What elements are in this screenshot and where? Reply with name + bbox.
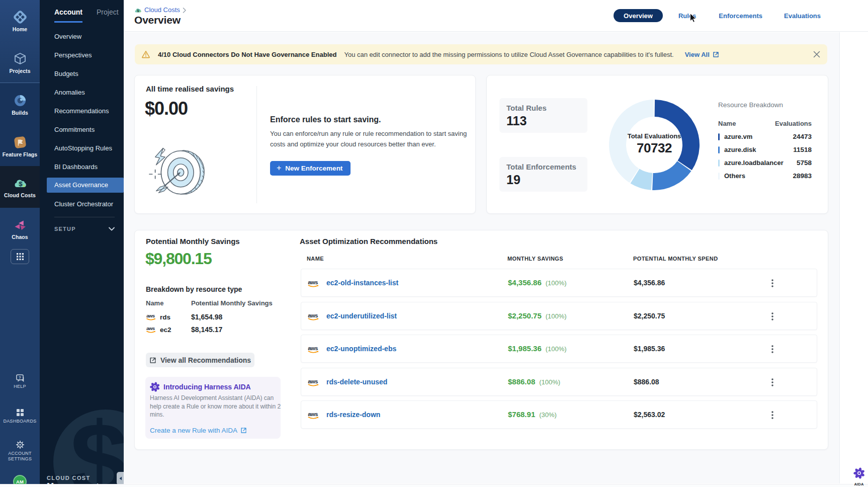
recommendation-row[interactable]: ec2-underutilized-list $2,250.75(100%) $… xyxy=(301,302,817,330)
rail-item-dashboards[interactable]: DASHBOARDS xyxy=(0,409,40,424)
col-header-name: NAME xyxy=(307,256,324,262)
rail-item-projects[interactable]: Projects xyxy=(0,42,40,84)
recommendation-link[interactable]: rds-delete-unused xyxy=(326,378,387,386)
recommendation-link[interactable]: ec2-underutilized-list xyxy=(326,312,397,320)
new-enforcement-button[interactable]: + New Enforcement xyxy=(270,161,351,176)
banner-view-all-link[interactable]: View All xyxy=(685,51,719,58)
breakdown-subtitle: Breakdown by resource type xyxy=(146,285,242,293)
governance-stats-card: Total Rules 113 Total Enforcements 19 To… xyxy=(486,75,828,214)
donut-center-label: Total Evaluations xyxy=(609,132,700,140)
rail-item-home[interactable]: Home xyxy=(0,0,40,42)
col-header-monthly-savings: MONTHLY SAVINGS xyxy=(507,256,563,262)
sidebar-item-perspectives[interactable]: Perspectives xyxy=(40,46,124,64)
legend-value: 5758 xyxy=(797,159,812,167)
row-menu-button[interactable] xyxy=(767,309,777,323)
recommendation-link[interactable]: ec2-unoptimized-ebs xyxy=(326,345,396,353)
total-enforcements-panel: Total Enforcements 19 xyxy=(499,157,587,192)
legend-col-evaluations: Evaluations xyxy=(775,120,812,127)
aida-title: Introducing Harness AIDA xyxy=(163,383,251,391)
recommendation-row[interactable]: rds-delete-unused $886.08(100%) $886.08 xyxy=(301,368,817,396)
sidebar-item-recommendations[interactable]: Recommendations xyxy=(40,102,124,120)
rail-item-label: Projects xyxy=(9,68,30,74)
grid-icon xyxy=(17,253,24,260)
sidebar-item-anomalies[interactable]: Anomalies xyxy=(40,83,124,102)
main-area: Cloud Costs Overview Overview Rules Enfo… xyxy=(124,0,868,487)
aws-icon xyxy=(307,279,320,287)
breakdown-name: ec2 xyxy=(160,326,171,334)
row-menu-button[interactable] xyxy=(767,375,777,389)
view-all-recommendations-button[interactable]: View all Recommendations xyxy=(146,353,254,367)
rail-item-help[interactable]: HELP xyxy=(0,374,40,389)
monthly-savings-value: $2,250.75 xyxy=(508,311,542,320)
aida-fab-button[interactable]: AIDA xyxy=(848,467,868,486)
breakdown-name: rds xyxy=(160,313,170,321)
legend-row: azure.disk 11518 xyxy=(718,146,812,153)
horizontal-scrollbar-track[interactable] xyxy=(0,484,868,487)
donut-center-value: 70732 xyxy=(609,140,700,156)
tab-enforcements[interactable]: Enforcements xyxy=(719,12,762,20)
breadcrumb: Cloud Costs xyxy=(134,6,187,14)
help-chat-icon xyxy=(16,374,24,382)
row-menu-button[interactable] xyxy=(767,408,777,422)
rail-item-chaos[interactable]: Chaos xyxy=(0,208,40,250)
chevron-right-icon xyxy=(183,8,187,13)
rail-item-label: ACCOUNTSETTINGS xyxy=(8,451,32,462)
legend-row: azure.loadbalancer 5758 xyxy=(718,159,812,167)
rail-item-feature-flags[interactable]: Feature Flags xyxy=(0,125,40,167)
governance-warning-banner: 4/10 Cloud Connectors Do Not Have Govern… xyxy=(135,44,827,64)
tab-overview[interactable]: Overview xyxy=(614,9,663,22)
monthly-savings-value: $886.08 xyxy=(508,377,535,386)
row-menu-button[interactable] xyxy=(767,276,777,290)
tab-account[interactable]: Account xyxy=(54,8,82,23)
recommendation-link[interactable]: rds-resize-down xyxy=(326,411,380,419)
setup-section-toggle[interactable]: SETUP xyxy=(54,226,115,232)
banner-close-button[interactable] xyxy=(813,51,820,58)
recommendation-link[interactable]: ec2-old-instances-list xyxy=(326,279,398,287)
legend-name: Others xyxy=(724,172,745,180)
breadcrumb-cloud-costs-link[interactable]: Cloud Costs xyxy=(144,6,180,14)
legend-header: Name Evaluations xyxy=(718,120,812,127)
savings-cell: $1,985.36(100%) xyxy=(508,344,567,353)
aida-flower-icon xyxy=(853,467,865,479)
row-menu-button[interactable] xyxy=(767,342,777,356)
rail-item-label: Feature Flags xyxy=(3,152,38,157)
recommendation-row[interactable]: rds-resize-down $768.91(30%) $2,563.02 xyxy=(301,400,817,429)
sidebar-item-cluster-orchestrator[interactable]: Cluster Orchestrator xyxy=(40,195,124,213)
enforce-description: You can enforce/run any rule or rule rec… xyxy=(270,128,467,150)
legend-value: 24473 xyxy=(793,133,812,140)
sidebar-item-autostopping-rules[interactable]: AutoStopping Rules xyxy=(40,139,124,157)
rail-item-account-settings[interactable]: ACCOUNTSETTINGS xyxy=(0,441,40,462)
sidebar-item-asset-governance[interactable]: Asset Governance xyxy=(47,178,124,193)
rail-item-cloud-costs[interactable]: Cloud Costs xyxy=(0,166,40,208)
scroll-area: 4/10 Cloud Connectors Do Not Have Govern… xyxy=(124,32,840,483)
recommendation-row[interactable]: ec2-old-instances-list $4,356.86(100%) $… xyxy=(301,269,817,297)
view-all-label: View All xyxy=(685,51,710,58)
col-header-potential-spend: POTENTIAL MONTHLY SPEND xyxy=(633,256,718,262)
legend-value: 28983 xyxy=(793,172,812,180)
sidebar-item-budgets[interactable]: Budgets xyxy=(40,64,124,83)
sidebar-collapse-button[interactable] xyxy=(117,472,124,485)
savings-percent: (30%) xyxy=(539,411,557,419)
aida-fab-label: AIDA xyxy=(848,482,868,486)
recommendations-card: Potential Monthly Savings $9,800.15 Brea… xyxy=(134,230,828,450)
rail-item-builds[interactable]: Builds xyxy=(0,84,40,125)
sidebar-item-overview[interactable]: Overview xyxy=(40,27,124,46)
rail-item-label: Cloud Costs xyxy=(4,193,36,198)
realised-savings-title: All time realised savings xyxy=(146,85,234,93)
view-all-recommendations-label: View all Recommendations xyxy=(160,356,251,364)
banner-title: 4/10 Cloud Connectors Do Not Have Govern… xyxy=(158,51,336,58)
sidebar-item-commitments[interactable]: Commitments xyxy=(40,120,124,139)
tab-evaluations[interactable]: Evaluations xyxy=(784,12,821,20)
external-link-icon xyxy=(713,51,719,58)
module-selector-button[interactable] xyxy=(11,249,29,264)
breakdown-value: $8,145.17 xyxy=(191,326,222,334)
savings-percent: (100%) xyxy=(546,345,567,353)
aws-icon xyxy=(307,411,320,419)
sidebar-item-bi-dashboards[interactable]: BI Dashboards xyxy=(40,157,124,176)
kebab-icon xyxy=(771,411,773,419)
recommendation-row[interactable]: ec2-unoptimized-ebs $1,985.36(100%) $1,9… xyxy=(301,335,817,363)
aida-create-rule-link[interactable]: Create a new Rule with AIDA xyxy=(150,427,247,434)
savings-percent: (100%) xyxy=(546,279,567,287)
total-enforcements-label: Total Enforcements xyxy=(506,163,576,171)
tab-project[interactable]: Project xyxy=(97,8,119,23)
